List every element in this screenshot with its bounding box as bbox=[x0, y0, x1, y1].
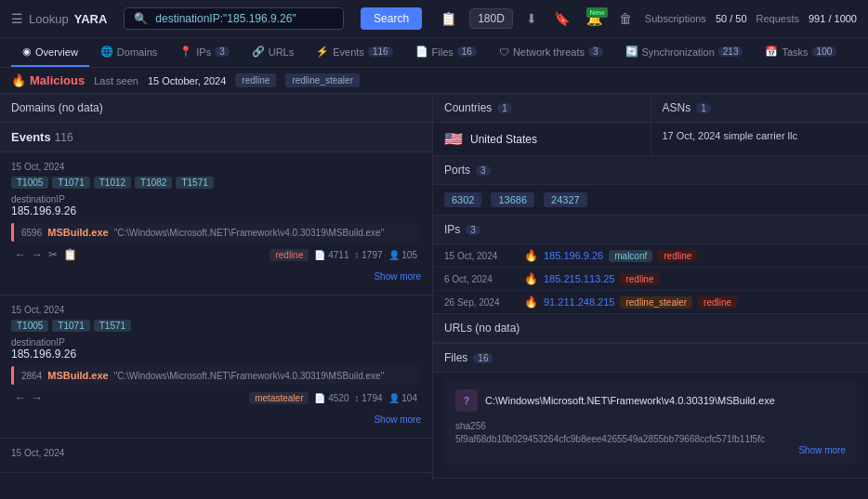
dest-ip-1: 185.196.9.26 bbox=[11, 204, 421, 217]
show-more-2[interactable]: Show more bbox=[11, 411, 421, 428]
tab-urls[interactable]: 🔗 URLs bbox=[241, 38, 306, 67]
tab-domains[interactable]: 🌐 Domains bbox=[89, 38, 168, 67]
domain-icon: 🌐 bbox=[100, 46, 113, 58]
files-header: Files 16 bbox=[433, 344, 868, 373]
tab-urls-label: URLs bbox=[269, 46, 295, 58]
ports-title: Ports bbox=[444, 164, 470, 177]
stat-transfer-2: ↕ 1794 bbox=[355, 393, 383, 403]
ips-title: IPs bbox=[444, 223, 460, 236]
files-section: Files 16 ? C:\Windows\Microsoft.NET\Fram… bbox=[433, 344, 868, 479]
ip-addr-1[interactable]: 185.196.9.26 bbox=[544, 250, 603, 261]
tab-files[interactable]: 📄 Files 16 bbox=[404, 38, 488, 67]
tab-ips-label: IPs bbox=[196, 46, 211, 58]
ports-row: 6302 13686 24327 bbox=[433, 185, 868, 215]
notification-area: 🔔 New bbox=[583, 9, 606, 28]
tab-synchronization[interactable]: 🔄 Synchronization 213 bbox=[614, 38, 755, 67]
ports-section: Ports 3 6302 13686 24327 bbox=[433, 156, 868, 216]
events-count-badge: 116 bbox=[368, 46, 393, 57]
ips-count: 3 bbox=[215, 46, 230, 57]
network-threats-icon: 🛡 bbox=[499, 46, 509, 58]
domains-section: Domains (no data) bbox=[0, 94, 432, 123]
search-bar: 🔍 destinationIP:"185.196.9.26" bbox=[124, 7, 344, 30]
fire-icon-3: 🔥 bbox=[524, 295, 538, 309]
port-13686: 13686 bbox=[491, 192, 534, 207]
port-24327: 24327 bbox=[544, 192, 587, 207]
asns-header: ASNs 1 bbox=[651, 94, 869, 123]
mitre-tag2-t1571: T1571 bbox=[94, 320, 131, 332]
scissors-icon[interactable]: ✂ bbox=[48, 248, 58, 261]
stat-users-1: 👤 105 bbox=[388, 250, 417, 260]
trash-icon[interactable]: 🗑 bbox=[615, 9, 636, 28]
download-icon[interactable]: ⬇ bbox=[522, 9, 541, 28]
search-button[interactable]: Search bbox=[361, 7, 422, 30]
asns-title: ASNs bbox=[663, 101, 691, 114]
process-name-2: MSBuild.exe bbox=[47, 370, 108, 381]
stat-users-2: 👤 104 bbox=[388, 393, 417, 403]
document-icon[interactable]: 📋 bbox=[437, 9, 460, 28]
tab-ips[interactable]: 📍 IPs 3 bbox=[168, 38, 240, 67]
ip-addr-2[interactable]: 185.215.113.25 bbox=[544, 273, 614, 284]
arrow-left-icon-2[interactable]: ← bbox=[15, 391, 26, 404]
ips-section: IPs 3 15 Oct, 2024 🔥 185.196.9.26 malcon… bbox=[433, 216, 868, 314]
tab-network-threats[interactable]: 🛡 Network threats 3 bbox=[488, 39, 614, 67]
mitre-tag-t1012: T1012 bbox=[94, 177, 131, 189]
urls-title: URLs (no data) bbox=[444, 322, 519, 335]
asn-row-1: 17 Oct, 2024 simple carrier llc bbox=[651, 123, 869, 149]
arrow-left-icon[interactable]: ← bbox=[15, 248, 26, 261]
arrow-right-icon[interactable]: → bbox=[32, 248, 43, 261]
countries-title: Countries bbox=[444, 101, 492, 114]
bookmark-icon[interactable]: 🔖 bbox=[550, 9, 573, 28]
files-icon: 📄 bbox=[415, 46, 428, 58]
domains-title: Domains (no data) bbox=[11, 101, 103, 114]
file-card-1: ? C:\Windows\Microsoft.NET\Framework\v4.… bbox=[444, 380, 857, 465]
event-tag-2: metastealer bbox=[249, 392, 309, 404]
nav-tabs: ◉ Overview 🌐 Domains 📍 IPs 3 🔗 URLs ⚡ Ev… bbox=[0, 38, 868, 68]
ip-addr-3[interactable]: 91.211.248.215 bbox=[544, 296, 614, 308]
country-name-usa: United States bbox=[470, 133, 537, 146]
mitre-tag-t1071: T1071 bbox=[52, 177, 89, 189]
ip-date-1: 15 Oct, 2024 bbox=[444, 251, 519, 261]
files-content: ? C:\Windows\Microsoft.NET\Framework\v4.… bbox=[433, 373, 868, 478]
file-path-1: C:\Windows\Microsoft.NET\Framework\v4.0.… bbox=[485, 395, 775, 406]
tab-domains-label: Domains bbox=[117, 46, 157, 58]
file-header-1: ? C:\Windows\Microsoft.NET\Framework\v4.… bbox=[455, 389, 846, 412]
process-row-2: 2864 MSBuild.exe "C:\Windows\Microsoft.N… bbox=[11, 366, 421, 385]
process-actions-2: ← → metastealer 📄 4520 ↕ 1794 👤 104 bbox=[11, 389, 421, 406]
mitre-tag-t1082: T1082 bbox=[135, 177, 172, 189]
show-more-1[interactable]: Show more bbox=[11, 268, 421, 285]
mitre-tags-1: T1005 T1071 T1012 T1082 T1571 bbox=[11, 177, 421, 189]
process-row-1: 6596 MSBuild.exe "C:\Windows\Microsoft.N… bbox=[11, 223, 421, 242]
hamburger-icon[interactable]: ☰ bbox=[11, 11, 23, 26]
search-query-text: destinationIP:"185.196.9.26" bbox=[155, 12, 296, 25]
countries-header: Countries 1 bbox=[433, 94, 651, 123]
arrow-right-icon-2[interactable]: → bbox=[32, 391, 43, 404]
tab-tasks[interactable]: 📅 Tasks 100 bbox=[754, 38, 848, 67]
right-panel: Countries 1 🇺🇸 United States ASNs 1 17 O… bbox=[433, 94, 868, 481]
ips-icon: 📍 bbox=[179, 46, 192, 58]
country-row-usa: 🇺🇸 United States bbox=[433, 123, 651, 155]
tab-tasks-label: Tasks bbox=[782, 46, 808, 58]
events-total-count: 116 bbox=[55, 131, 73, 144]
tab-overview[interactable]: ◉ Overview bbox=[11, 38, 89, 67]
file-show-more-1[interactable]: Show more bbox=[455, 445, 846, 455]
search-icon: 🔍 bbox=[134, 12, 148, 25]
tab-events[interactable]: ⚡ Events 116 bbox=[305, 38, 403, 67]
time-badge[interactable]: 180D bbox=[469, 8, 513, 29]
last-seen-label: Last seen bbox=[94, 75, 138, 86]
ip-tag-redline-1: redline bbox=[658, 250, 697, 262]
requests-label: Requests bbox=[756, 13, 799, 24]
process-path-1: "C:\Windows\Microsoft.NET\Framework\v4.0… bbox=[114, 228, 385, 238]
tasks-count-badge: 100 bbox=[812, 46, 837, 57]
countries-asns-row: Countries 1 🇺🇸 United States ASNs 1 17 O… bbox=[433, 94, 868, 156]
files-count: 16 bbox=[473, 353, 493, 363]
left-panel: Domains (no data) Events 116 15 Oct, 202… bbox=[0, 94, 433, 481]
urls-section: URLs (no data) bbox=[433, 314, 868, 344]
subscriptions-value: 50 / 50 bbox=[716, 13, 747, 24]
stat-files-2: 📄 4520 bbox=[314, 393, 349, 403]
fire-icon: 🔥 bbox=[11, 73, 26, 87]
ips-count: 3 bbox=[466, 225, 480, 235]
ip-tag-malconf: malconf bbox=[609, 250, 652, 262]
events-icon: ⚡ bbox=[316, 46, 329, 58]
copy-icon[interactable]: 📋 bbox=[63, 248, 77, 261]
pid-1: 6596 bbox=[21, 228, 42, 238]
